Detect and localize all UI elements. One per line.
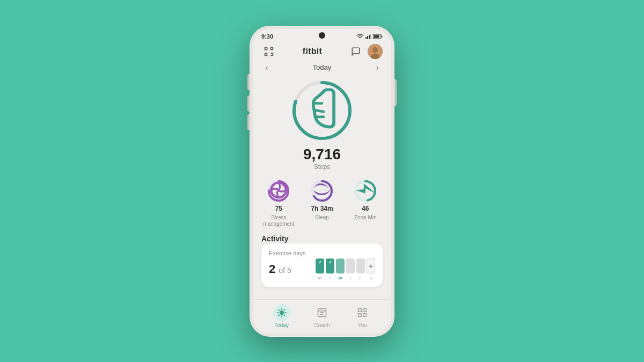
day-f <box>356 258 365 274</box>
exercise-row: 2 of 5 ✓ <box>269 258 375 280</box>
lbl-t1: T <box>326 276 334 280</box>
lbl-m: M <box>316 276 324 280</box>
svg-rect-2 <box>374 35 379 38</box>
status-icons <box>356 34 383 39</box>
message-icon[interactable] <box>348 44 363 59</box>
stat-sleep[interactable]: 7h 34m Sleep <box>305 179 340 227</box>
zone-name: Zone Min <box>354 215 377 221</box>
nav-today[interactable]: Today <box>268 304 295 328</box>
nav-you[interactable]: You <box>349 304 376 328</box>
days-tracker: ✓ ✓ <box>316 258 375 280</box>
bottom-nav: Today Coach <box>253 299 391 334</box>
main-content: 9,716 Steps <box>253 74 391 299</box>
today-nav-icon <box>273 304 290 321</box>
exercise-count-block: 2 of 5 <box>269 262 291 276</box>
status-time: 9:30 <box>261 33 273 40</box>
sleep-value: 7h 34m <box>311 205 333 212</box>
day-add[interactable]: + <box>367 258 375 274</box>
svg-rect-3 <box>265 47 267 49</box>
nav-label: Today <box>313 63 332 71</box>
stat-ring-stress <box>267 179 290 203</box>
nav-row: ‹ Today › <box>253 63 391 74</box>
steps-section: 9,716 Steps <box>253 74 391 177</box>
zone-icon <box>354 178 377 203</box>
stress-name: Stressmanagement <box>263 215 294 227</box>
you-nav-label: You <box>358 322 367 328</box>
stress-icon <box>267 178 290 203</box>
stat-ring-zone <box>354 179 377 203</box>
app-header: fitbit <box>253 42 391 63</box>
lbl-f: F <box>356 276 365 280</box>
svg-point-10 <box>372 47 378 53</box>
svg-rect-5 <box>265 53 267 55</box>
svg-rect-36 <box>358 313 362 316</box>
stat-stress[interactable]: 75 Stressmanagement <box>261 179 296 227</box>
coach-nav-icon <box>313 304 331 321</box>
wifi-icon <box>356 34 364 39</box>
svg-point-21 <box>279 310 283 314</box>
day-w <box>336 258 345 274</box>
svg-rect-37 <box>363 313 367 316</box>
scan-icon[interactable] <box>261 44 276 59</box>
activity-card: Exercise days 2 of 5 ✓ <box>261 243 383 287</box>
coach-nav-label: Coach <box>314 322 330 328</box>
stats-row: 75 Stressmanagement <box>253 177 391 234</box>
prev-arrow[interactable]: ‹ <box>261 63 272 72</box>
battery-icon <box>373 34 383 39</box>
svg-line-27 <box>284 315 285 316</box>
steps-value: 9,716 <box>303 147 341 162</box>
steps-label: Steps <box>314 163 331 171</box>
avatar[interactable] <box>368 44 383 59</box>
camera-notch <box>319 32 325 39</box>
phone-screen: 9:30 <box>253 29 391 334</box>
svg-rect-34 <box>358 308 362 312</box>
exercise-count: 2 of 5 <box>269 262 291 276</box>
lbl-s1: S <box>367 276 375 280</box>
svg-line-28 <box>279 315 280 316</box>
svg-rect-35 <box>363 308 367 312</box>
stat-zone[interactable]: 46 Zone Min <box>348 179 383 227</box>
next-arrow[interactable]: › <box>372 63 383 72</box>
status-bar: 9:30 <box>253 29 391 42</box>
day-t2 <box>346 258 355 274</box>
exercise-of: of 5 <box>279 266 291 275</box>
svg-rect-1 <box>382 35 383 37</box>
day-t1: ✓ <box>326 258 334 274</box>
days-bars: ✓ ✓ <box>316 258 375 274</box>
today-nav-label: Today <box>274 322 289 328</box>
svg-rect-4 <box>270 47 273 49</box>
signal-icon <box>365 34 371 39</box>
stat-ring-sleep <box>310 179 334 203</box>
svg-line-29 <box>284 309 285 311</box>
sleep-name: Sleep <box>315 215 329 221</box>
you-nav-icon <box>354 304 371 321</box>
day-labels: M T W T F S <box>316 276 375 280</box>
activity-section: Activity Exercise days 2 of 5 <box>253 234 391 291</box>
steps-icon <box>290 76 354 145</box>
zone-value: 46 <box>362 205 369 212</box>
activity-title: Activity <box>261 234 289 243</box>
stress-value: 75 <box>275 205 282 212</box>
svg-line-26 <box>279 309 280 311</box>
app-title: fitbit <box>303 47 322 56</box>
phone-frame: 9:30 <box>250 26 394 337</box>
exercise-days-label: Exercise days <box>269 250 375 256</box>
steps-ring[interactable] <box>290 78 354 143</box>
sleep-icon <box>310 178 334 203</box>
lbl-w: W <box>336 276 345 280</box>
nav-coach[interactable]: Coach <box>309 304 335 328</box>
day-m: ✓ <box>316 258 324 274</box>
header-right <box>348 44 383 59</box>
lbl-t2: T <box>346 276 355 280</box>
